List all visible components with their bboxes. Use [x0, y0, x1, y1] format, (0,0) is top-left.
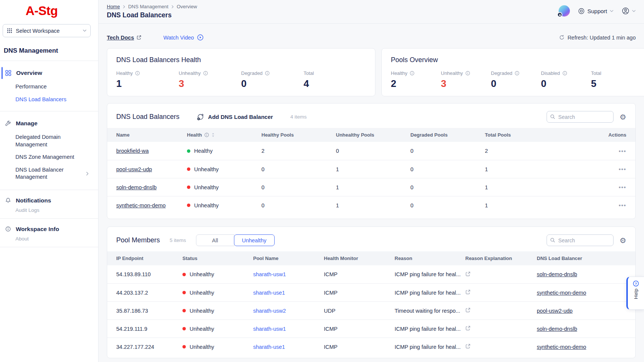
- reason-explanation-link-icon[interactable]: [465, 325, 471, 331]
- row-actions-menu[interactable]: •••: [619, 202, 626, 208]
- app-root: A-Stg Select Workspace DNS Management Ov…: [0, 0, 644, 362]
- watch-video-link[interactable]: Watch Video: [163, 34, 203, 41]
- table-row: pool-usw2-udp Unhealthy 0 1 0 1 •••: [107, 160, 635, 178]
- table-row: 35.87.186.73 Unhealthy sharath-usw2 UDP …: [107, 301, 635, 319]
- healthy-pools-value: 0: [261, 166, 336, 172]
- reason-explanation-link-icon[interactable]: [465, 307, 471, 313]
- sidebar-item-performance[interactable]: Performance: [0, 81, 98, 93]
- stat-healthy: Healthy 2: [391, 70, 441, 90]
- healthy-pools-value: 0: [261, 184, 336, 190]
- dns-load-balancer-link[interactable]: synthetic-mon-demo: [537, 344, 586, 350]
- total-pools-value: 2: [485, 148, 559, 154]
- lb-search-input[interactable]: [547, 111, 614, 123]
- stat-label: Total: [591, 70, 601, 76]
- health-monitor: UDP: [324, 308, 395, 314]
- info-icon: [5, 226, 11, 232]
- account-avatar[interactable]: [559, 5, 570, 17]
- tech-docs-link[interactable]: Tech Docs: [107, 35, 141, 41]
- brand-logo: A-Stg: [26, 4, 98, 18]
- lb-name-link[interactable]: soln-demo-dnslb: [116, 184, 156, 190]
- row-actions-menu[interactable]: •••: [619, 184, 626, 190]
- lb-name-link[interactable]: brookfield-wa: [116, 148, 149, 154]
- breadcrumb-home[interactable]: Home: [107, 4, 120, 9]
- sidebar-item-manage[interactable]: Manage: [0, 116, 98, 131]
- unhealthy-pools-value: 1: [336, 202, 410, 208]
- col-unhealthy-pools: Unhealthy Pools: [336, 132, 410, 138]
- info-icon[interactable]: [410, 71, 415, 76]
- help-widget[interactable]: ? Help: [626, 277, 644, 310]
- workspace-grid-icon: [7, 28, 12, 33]
- ip-endpoint: 54.193.89.110: [116, 271, 182, 277]
- dns-load-balancer-link[interactable]: synthetic-mon-demo: [537, 290, 586, 296]
- breadcrumb-overview[interactable]: Overview: [177, 4, 197, 9]
- lb-name-link[interactable]: pool-usw2-udp: [116, 166, 152, 172]
- stat-label: Disabled: [541, 70, 560, 76]
- reason-explanation-link-icon[interactable]: [465, 344, 471, 349]
- pool-name-link[interactable]: sharath-use1: [253, 344, 285, 350]
- sidebar-item-overview[interactable]: Overview: [0, 65, 98, 81]
- pool-members-settings-button[interactable]: ⚙: [620, 237, 626, 244]
- unhealthy-pools-value: 1: [336, 184, 410, 190]
- sidebar-item-about[interactable]: About: [0, 236, 98, 243]
- status-dot: [182, 345, 186, 348]
- table-row: 34.227.177.224 Unhealthy sharath-use1 IC…: [107, 338, 635, 356]
- sidebar-item-delegated-domain-management[interactable]: Delegated Domain Management: [0, 131, 98, 151]
- reason-explanation-link-icon[interactable]: [465, 271, 471, 277]
- sidebar-item-workspace-info[interactable]: Workspace Info: [0, 222, 98, 237]
- stat-value: 0: [541, 78, 591, 90]
- lb-items-count: 4 items: [290, 114, 307, 120]
- divider: [0, 247, 98, 247]
- status-label: Unhealthy: [190, 290, 214, 296]
- pool-name-link[interactable]: sharath-usw1: [253, 271, 286, 277]
- lb-name-link[interactable]: synthetic-mon-demo: [116, 202, 166, 208]
- sidebar-item-notifications[interactable]: Notifications: [0, 193, 98, 208]
- pools-overview-card: Pools Overview Healthy 2 Unhealthy 3: [381, 48, 644, 96]
- workspace-selector[interactable]: Select Workspace: [3, 24, 91, 37]
- col-reason-explanation: Reason Explanation: [465, 256, 537, 261]
- dns-load-balancer-link[interactable]: soln-demo-dnslb: [537, 326, 577, 332]
- tab-unhealthy[interactable]: Unhealthy: [234, 234, 275, 246]
- lb-table-settings-button[interactable]: ⚙: [620, 113, 626, 121]
- tab-all[interactable]: All: [196, 234, 234, 246]
- pool-name-link[interactable]: sharath-use1: [253, 290, 285, 296]
- sidebar-item-dns-zone-management[interactable]: DNS Zone Management: [0, 151, 98, 164]
- support-menu[interactable]: Support: [578, 8, 614, 14]
- sidebar-item-dns-load-balancers[interactable]: DNS Load Balancers: [0, 93, 98, 106]
- pool-name-link[interactable]: sharath-usw2: [253, 308, 286, 314]
- sidebar-item-audit-logs[interactable]: Audit Logs: [0, 207, 98, 214]
- info-icon[interactable]: [515, 71, 519, 76]
- info-icon[interactable]: [562, 71, 567, 76]
- info-icon[interactable]: [465, 71, 470, 76]
- info-icon[interactable]: [204, 132, 209, 137]
- refresh-button[interactable]: Refresh: Updated 1 min ago: [559, 35, 636, 41]
- sort-icon[interactable]: [211, 132, 215, 137]
- row-actions-menu[interactable]: •••: [619, 166, 626, 172]
- stat-label: Total: [304, 70, 314, 76]
- info-icon[interactable]: [265, 71, 270, 76]
- info-icon[interactable]: [135, 71, 140, 76]
- lock-badge-icon: [557, 12, 562, 17]
- add-dns-load-balancer-button[interactable]: Add DNS Load Balancer: [197, 113, 273, 121]
- dns-load-balancer-link[interactable]: pool-usw2-udp: [537, 308, 573, 314]
- total-pools-value: 1: [485, 202, 559, 208]
- degraded-pools-value: 0: [410, 184, 485, 190]
- total-pools-value: 1: [485, 166, 559, 172]
- pool-name-link[interactable]: sharath-usw1: [253, 326, 286, 332]
- healthy-pools-value: 0: [261, 202, 336, 208]
- col-health[interactable]: Health: [187, 132, 261, 138]
- stat-value: 3: [179, 78, 241, 90]
- sidebar-item-dns-load-balancer-management[interactable]: DNS Load Balancer Management: [0, 164, 98, 184]
- degraded-pools-value: 0: [410, 202, 485, 208]
- status-dot: [187, 186, 190, 189]
- sidebar-item-label: DNS Zone Management: [15, 154, 79, 161]
- row-actions-menu[interactable]: •••: [619, 148, 626, 154]
- add-load-balancer-icon: [197, 113, 204, 121]
- reason-explanation-link-icon[interactable]: [465, 289, 471, 295]
- content: Tech Docs Watch Video: [99, 24, 644, 358]
- refresh-icon: [559, 35, 565, 40]
- user-menu[interactable]: [622, 7, 636, 15]
- breadcrumb-dns-management[interactable]: DNS Management: [128, 4, 169, 9]
- info-icon[interactable]: [203, 71, 208, 76]
- pool-members-search-input[interactable]: [547, 234, 614, 246]
- dns-load-balancer-link[interactable]: soln-demo-dnslb: [537, 271, 577, 277]
